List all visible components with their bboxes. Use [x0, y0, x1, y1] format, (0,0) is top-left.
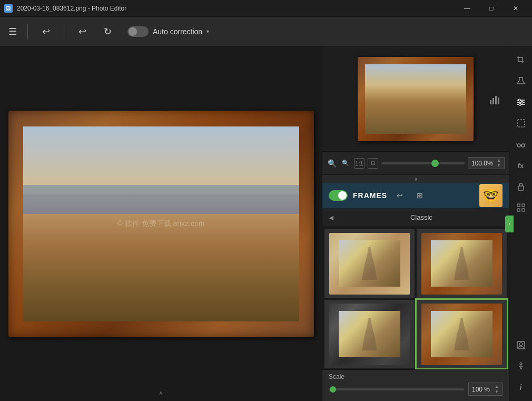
right-sidebar: › fx: [509, 46, 532, 401]
scale-up-arrow[interactable]: ▲: [495, 384, 499, 389]
window-title: 2020-03-16_083612.png - Photo Editor: [17, 5, 126, 12]
undo-button-2[interactable]: ↩: [73, 22, 92, 41]
zoom-in-icon[interactable]: 🔍: [340, 158, 351, 169]
right-panel: 🔍 🔍 1:1 ⊡ 100.0% ▲ ▼ ∧: [322, 46, 509, 401]
frames-toggle[interactable]: [329, 190, 348, 201]
minimize-button[interactable]: —: [455, 0, 479, 17]
close-button[interactable]: ✕: [504, 0, 528, 17]
beach-scene: © 软件 免费下载 anxz.com: [23, 126, 299, 321]
undo-button[interactable]: ↩: [36, 22, 55, 41]
selection-icon[interactable]: [511, 114, 530, 133]
zoom-actual-icon[interactable]: ⊡: [368, 158, 378, 169]
svg-point-12: [517, 144, 520, 147]
category-row: ◄ Classic: [322, 208, 509, 227]
svg-rect-2: [495, 96, 497, 104]
zoom-fit-icon[interactable]: 1:1: [354, 158, 364, 169]
scale-down-arrow[interactable]: ▼: [495, 389, 499, 394]
photo-frame-container: © 软件 免费下载 anxz.com: [8, 111, 314, 337]
panel-collapse-arrow[interactable]: ∧: [322, 175, 509, 183]
scale-slider[interactable]: [329, 388, 464, 390]
photo-inner: © 软件 免费下载 anxz.com: [23, 126, 299, 321]
scale-slider-thumb[interactable]: [330, 386, 336, 393]
scale-label: Scale: [329, 373, 503, 380]
frame-item-2[interactable]: [417, 229, 507, 298]
frame-item-1[interactable]: [324, 229, 415, 298]
preview-inner: [365, 64, 466, 134]
svg-rect-17: [517, 209, 520, 211]
crop-icon[interactable]: [511, 51, 530, 70]
svg-rect-3: [498, 97, 499, 104]
svg-rect-14: [518, 186, 524, 190]
beach-sand: [23, 214, 299, 321]
canvas-area: © 软件 免费下载 anxz.com ∧: [0, 46, 322, 401]
maximize-button[interactable]: □: [479, 0, 504, 17]
preview-area: [322, 46, 509, 152]
frames-reset-button[interactable]: ↩: [392, 188, 407, 203]
svg-rect-1: [492, 98, 494, 104]
svg-rect-11: [517, 120, 525, 127]
frames-avatar: 🤓: [479, 184, 503, 207]
histogram-button[interactable]: [486, 90, 505, 109]
window-controls: — □ ✕: [455, 0, 528, 17]
glasses-icon[interactable]: [511, 135, 530, 154]
category-back-button[interactable]: ◄: [328, 213, 335, 222]
svg-rect-0: [490, 100, 491, 104]
frames-grid-button[interactable]: ⊞: [412, 188, 427, 203]
photo-frame-outer: © 软件 免费下载 anxz.com: [8, 111, 314, 337]
auto-correction-area: Auto correction ▾: [127, 26, 209, 37]
frames-section: FRAMES ↩ ⊞ 🤓 ◄ Classic: [322, 183, 509, 401]
app-icon: 🖼: [4, 4, 13, 13]
canvas-collapse-arrow[interactable]: ∧: [159, 389, 163, 397]
info-icon[interactable]: i: [511, 378, 530, 397]
zoom-down-arrow[interactable]: ▼: [497, 163, 501, 168]
scale-section: Scale 100 % ▲ ▼: [322, 369, 509, 401]
sliders-icon[interactable]: [511, 93, 530, 112]
auto-correction-toggle[interactable]: [127, 26, 149, 37]
redo-button[interactable]: ↻: [98, 22, 117, 41]
flask-icon[interactable]: [511, 72, 530, 91]
svg-point-8: [518, 99, 520, 101]
toolbar-separator: [27, 24, 28, 40]
frames-grid: [322, 227, 509, 369]
auto-correction-dropdown[interactable]: ▾: [206, 28, 209, 34]
titlebar: 🖼 2020-03-16_083612.png - Photo Editor —…: [0, 0, 532, 17]
svg-rect-18: [522, 209, 525, 211]
svg-point-13: [521, 144, 525, 147]
puppet-icon[interactable]: [511, 357, 530, 376]
zoom-out-icon[interactable]: 🔍: [327, 158, 337, 169]
svg-point-20: [519, 343, 523, 346]
svg-point-10: [519, 103, 521, 105]
svg-rect-16: [522, 204, 525, 207]
zoom-controls: 🔍 🔍 1:1 ⊡ 100.0% ▲ ▼: [322, 152, 509, 175]
scale-value-display: 100 % ▲ ▼: [468, 383, 503, 396]
preview-beach: [365, 64, 466, 134]
svg-rect-15: [517, 204, 520, 207]
zoom-slider-thumb[interactable]: [431, 160, 439, 167]
lock-icon[interactable]: [511, 177, 530, 196]
zoom-up-arrow[interactable]: ▲: [497, 159, 501, 163]
frames-label: FRAMES: [353, 191, 387, 200]
menu-button[interactable]: ☰: [6, 24, 19, 40]
frames-header: FRAMES ↩ ⊞ 🤓: [322, 183, 509, 208]
category-name: Classic: [339, 213, 504, 221]
main-layout: © 软件 免费下载 anxz.com ∧: [0, 46, 532, 401]
scale-controls: 100 % ▲ ▼: [329, 383, 503, 396]
frame-item-3[interactable]: [324, 300, 415, 368]
sidebar-expand-button[interactable]: ›: [505, 216, 514, 232]
auto-correction-label: Auto correction: [153, 27, 202, 36]
toolbar-separator-2: [64, 24, 64, 40]
svg-point-21: [520, 363, 522, 365]
toolbar: ☰ ↩ ↩ ↻ Auto correction ▾: [0, 17, 532, 46]
texture-icon[interactable]: [511, 198, 530, 217]
scale-arrows[interactable]: ▲ ▼: [495, 384, 499, 394]
preview-frame: [358, 57, 474, 141]
zoom-value-display: 100.0% ▲ ▼: [468, 157, 505, 169]
svg-point-9: [521, 101, 523, 103]
fx-icon[interactable]: fx: [511, 156, 530, 175]
zoom-slider[interactable]: [381, 162, 465, 164]
frame-item-4[interactable]: [417, 300, 507, 368]
portrait-icon[interactable]: [511, 336, 530, 355]
zoom-arrows[interactable]: ▲ ▼: [497, 159, 501, 168]
